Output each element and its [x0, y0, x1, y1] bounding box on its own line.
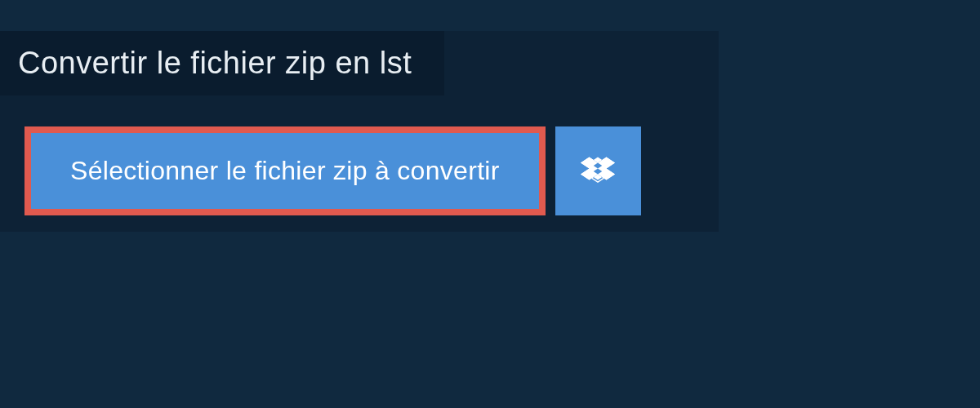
- page-title: Convertir le fichier zip en lst: [0, 31, 444, 95]
- select-file-button-label: Sélectionner le fichier zip à convertir: [70, 156, 500, 186]
- button-row: Sélectionner le fichier zip à convertir: [24, 126, 719, 215]
- dropbox-icon: [581, 154, 615, 188]
- select-file-button[interactable]: Sélectionner le fichier zip à convertir: [24, 126, 546, 215]
- dropbox-button[interactable]: [555, 126, 641, 215]
- convert-panel: Convertir le fichier zip en lst Sélectio…: [0, 31, 719, 232]
